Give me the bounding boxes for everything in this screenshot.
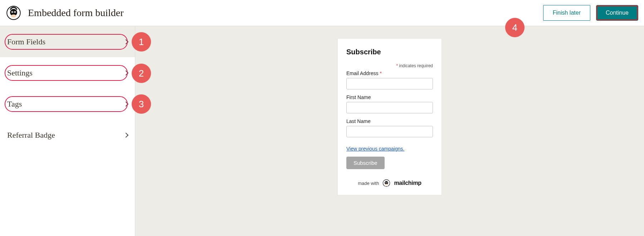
first-name-input[interactable] — [346, 102, 433, 113]
app-header: Embedded form builder Finish later Conti… — [0, 0, 644, 26]
field-label: Last Name — [346, 118, 433, 124]
field-last-name: Last Name — [346, 118, 433, 137]
finish-later-button[interactable]: Finish later — [543, 5, 590, 21]
chevron-right-icon — [123, 39, 128, 44]
sidebar-item-label: Form Fields — [7, 37, 45, 46]
svg-point-2 — [11, 14, 16, 18]
form-title: Subscribe — [346, 48, 433, 56]
svg-point-5 — [12, 12, 13, 13]
sidebar-item-label: Settings — [7, 68, 33, 78]
mailchimp-monkey-icon — [382, 179, 390, 187]
svg-point-11 — [387, 182, 387, 183]
field-first-name: First Name — [346, 94, 433, 113]
svg-point-9 — [385, 184, 388, 185]
sidebar-item-label: Referral Badge — [7, 131, 55, 140]
last-name-input[interactable] — [346, 126, 433, 137]
sidebar-item-tags[interactable]: Tags — [0, 88, 135, 119]
sidebar-item-referral-badge[interactable]: Referral Badge — [0, 119, 135, 151]
chevron-right-icon — [123, 70, 128, 75]
annotation-outline — [5, 96, 128, 112]
form-preview-area: Subscribe *indicates required Email Addr… — [135, 26, 644, 236]
chevron-right-icon — [123, 132, 128, 137]
sidebar: Form Fields Settings Tags Referral Badge — [0, 26, 135, 236]
page-title: Embedded form builder — [28, 7, 123, 19]
sidebar-item-label: Tags — [7, 99, 22, 109]
field-label: First Name — [346, 94, 433, 100]
made-with-badge: made with mailchimp — [346, 179, 433, 187]
mailchimp-logo-icon — [6, 5, 21, 21]
mailchimp-wordmark: mailchimp — [394, 180, 421, 186]
sidebar-item-settings[interactable]: Settings — [0, 57, 135, 88]
chevron-right-icon — [123, 101, 128, 106]
continue-button[interactable]: Continue — [596, 5, 638, 21]
svg-point-6 — [15, 12, 15, 13]
subscribe-button[interactable]: Subscribe — [346, 157, 385, 169]
svg-point-10 — [386, 182, 386, 183]
field-email: Email Address * — [346, 70, 433, 89]
required-note: *indicates required — [346, 63, 433, 68]
sidebar-item-form-fields[interactable]: Form Fields — [0, 26, 135, 57]
previous-campaigns-link[interactable]: View previous campaigns. — [346, 146, 404, 152]
field-label: Email Address * — [346, 70, 433, 76]
email-input[interactable] — [346, 78, 433, 89]
made-with-text: made with — [358, 181, 379, 186]
form-preview-card: Subscribe *indicates required Email Addr… — [338, 39, 441, 195]
